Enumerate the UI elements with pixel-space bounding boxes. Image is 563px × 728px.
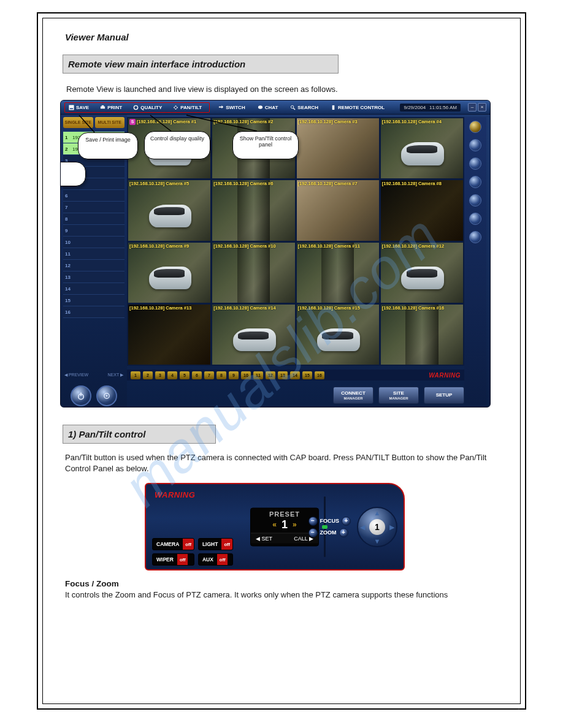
site-row-6[interactable]: 6	[63, 190, 124, 202]
camera-tile-15[interactable]: [192.168.10.128] Camera #15	[297, 305, 379, 365]
channel-button-11[interactable]: 11	[253, 371, 263, 379]
print-button[interactable]: PRINT	[98, 104, 124, 112]
close-button[interactable]: ×	[478, 103, 486, 112]
camera-label: [192.168.10.128] Camera #6	[213, 181, 293, 186]
dpad-down-button[interactable]: ▼	[374, 537, 381, 545]
camera-label: [192.168.10.128] Camera #14	[213, 305, 293, 311]
channel-button-1[interactable]: 1	[131, 371, 140, 379]
channel-button-16[interactable]: 16	[315, 371, 324, 379]
site-row-13[interactable]: 13	[63, 271, 124, 283]
camera-tile-13[interactable]: [192.168.10.128] Camera #13	[128, 305, 210, 365]
aux-toggle[interactable]: AUX off	[198, 553, 233, 566]
svg-rect-1	[70, 108, 73, 109]
camera-tile-3[interactable]: [192.168.10.128] Camera #3	[297, 118, 379, 178]
focus-minus-button[interactable]: −	[308, 517, 318, 526]
prev-button[interactable]: ◀ PREVIEW	[64, 373, 88, 377]
channel-button-10[interactable]: 10	[241, 371, 251, 379]
channel-button-13[interactable]: 13	[278, 371, 288, 379]
preset-next-button[interactable]: »	[293, 520, 297, 529]
layout-1x1-button[interactable]	[469, 121, 481, 133]
channel-button-7[interactable]: 7	[204, 371, 214, 379]
camera-tile-12[interactable]: [192.168.10.128] Camera #12	[381, 243, 463, 303]
camera-tile-16[interactable]: [192.168.10.128] Camera #16	[381, 305, 463, 365]
channel-button-15[interactable]: 15	[302, 371, 312, 379]
camera-label: [192.168.10.128] Camera #10	[213, 243, 293, 249]
target-button[interactable]	[96, 385, 117, 406]
chat-button[interactable]: CHAT	[255, 104, 281, 112]
next-button[interactable]: NEXT ▶	[108, 373, 124, 377]
focus-plus-button[interactable]: +	[342, 517, 351, 526]
setup-button[interactable]: SETUP	[424, 387, 464, 404]
site-row-16[interactable]: 16	[63, 306, 124, 318]
site-row-7[interactable]: 7	[63, 202, 124, 213]
camera-tile-6[interactable]: [192.168.10.128] Camera #6	[212, 180, 294, 240]
channel-button-8[interactable]: 8	[216, 371, 226, 379]
site-row-11[interactable]: 11	[63, 248, 124, 260]
zoom-plus-button[interactable]: +	[339, 528, 348, 537]
remote-label: REMOTE CONTROL	[338, 105, 385, 110]
site-row-14[interactable]: 14	[63, 283, 124, 295]
multi-site-button[interactable]: MULTI SITE	[95, 117, 125, 128]
svg-point-6	[291, 105, 294, 108]
power-icon	[77, 392, 85, 400]
light-toggle[interactable]: LIGHT off	[198, 538, 233, 550]
camera-tile-9[interactable]: [192.168.10.128] Camera #9	[128, 243, 210, 303]
wiper-toggle[interactable]: WIPER off	[152, 553, 194, 566]
site-row-8[interactable]: 8	[63, 213, 124, 225]
remote-control-button[interactable]: REMOTE CONTROL	[328, 104, 387, 112]
camera-label: [192.168.10.128] Camera #4	[382, 119, 462, 124]
single-site-button[interactable]: SINGLE SITE	[63, 117, 93, 128]
site-manager-button[interactable]: SITE MANAGER	[378, 387, 419, 404]
camera-toggle[interactable]: CAMERA off	[152, 538, 194, 550]
site-row-number: 13	[65, 275, 72, 280]
camera-tile-14[interactable]: [192.168.10.128] Camera #14	[212, 305, 294, 365]
layout-13-button[interactable]	[469, 194, 481, 207]
channel-button-4[interactable]: 4	[167, 371, 177, 379]
channel-button-12[interactable]: 12	[266, 371, 275, 379]
site-sublabel: MANAGER	[389, 396, 408, 400]
power-button[interactable]	[71, 385, 91, 406]
light-toggle-state: off	[221, 539, 232, 550]
switch-button[interactable]: SWITCH	[216, 104, 248, 112]
site-row-15[interactable]: 15	[63, 295, 124, 306]
site-row-number: 6	[65, 193, 72, 199]
channel-button-2[interactable]: 2	[143, 371, 153, 379]
dpad-up-button[interactable]: ▲	[374, 509, 381, 517]
layout-8-button[interactable]	[469, 176, 481, 188]
site-row-number: 1	[65, 135, 72, 140]
layout-full-button[interactable]	[469, 231, 481, 243]
channel-button-9[interactable]: 9	[229, 371, 239, 379]
channel-button-14[interactable]: 14	[290, 371, 300, 379]
camera-tile-10[interactable]: [192.168.10.128] Camera #10	[212, 243, 294, 303]
zoom-minus-button[interactable]: −	[308, 528, 318, 537]
camera-tile-5[interactable]: [192.168.10.128] Camera #5	[128, 180, 210, 240]
site-row-10[interactable]: 10	[63, 237, 124, 248]
camera-label: [192.168.10.128] Camera #7	[298, 181, 378, 186]
camera-tile-11[interactable]: [192.168.10.128] Camera #11	[297, 243, 379, 303]
quality-button[interactable]: QUALITY	[131, 104, 164, 112]
channel-button-6[interactable]: 6	[192, 371, 202, 379]
camera-tile-8[interactable]: [192.168.10.128] Camera #8	[381, 180, 463, 240]
printer-icon	[100, 105, 105, 110]
connect-manager-button[interactable]: CONNECT MANAGER	[333, 387, 373, 404]
channel-button-5[interactable]: 5	[180, 371, 190, 379]
preset-set-button[interactable]: ◀ SET	[256, 535, 272, 541]
layout-3x3-button[interactable]	[469, 157, 481, 170]
channel-button-3[interactable]: 3	[155, 371, 165, 379]
minimize-button[interactable]: –	[468, 103, 477, 112]
camera-tile-4[interactable]: [192.168.10.128] Camera #4	[381, 118, 463, 178]
search-button[interactable]: SEARCH	[288, 104, 321, 112]
pantilt-button[interactable]: PAN/TILT	[170, 104, 204, 112]
dpad-left-button[interactable]: ◀	[360, 523, 365, 531]
preset-prev-button[interactable]: «	[272, 520, 277, 529]
save-button[interactable]: SAVE	[66, 104, 91, 112]
layout-2x2-button[interactable]	[469, 139, 481, 151]
site-row-9[interactable]: 9	[63, 225, 124, 237]
site-row-12[interactable]: 12	[63, 260, 124, 271]
dpad-right-button[interactable]: ▶	[389, 523, 394, 531]
connect-sublabel: MANAGER	[344, 396, 363, 400]
camera-tile-7[interactable]: [192.168.10.128] Camera #7	[297, 180, 379, 240]
layout-4x4-button[interactable]	[469, 213, 481, 225]
svg-rect-8	[332, 105, 335, 109]
wiper-toggle-state: off	[177, 554, 188, 565]
